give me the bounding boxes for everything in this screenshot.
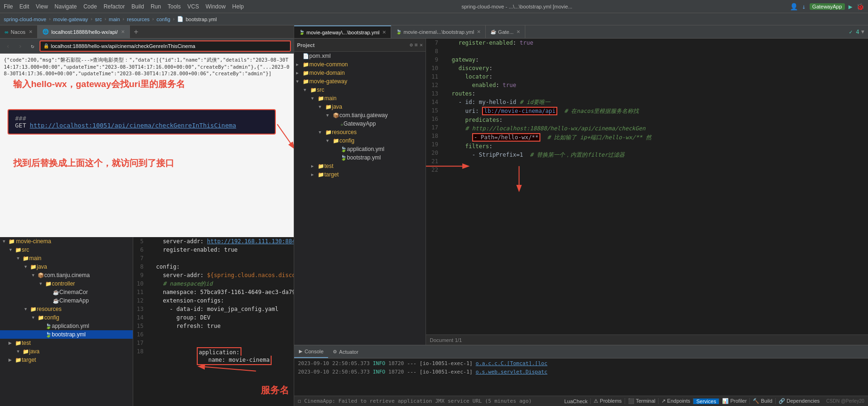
tree-item-test-left[interactable]: ▶ 📁 test [0, 339, 133, 347]
proj-pom-label: pom.xml [309, 53, 330, 59]
proj-tree-app-yml[interactable]: 🍃 application.yml [294, 145, 426, 153]
nacos-browser-tab[interactable]: ∞ Nacos ✕ [0, 25, 38, 38]
tab-cinema-bootstrap[interactable]: 🍃 movie-cinema\...\bootstrap.yml ✕ [391, 25, 486, 38]
menu-tools[interactable]: Tools [168, 3, 181, 10]
endpoints-btn[interactable]: ↗ Endpoints [659, 398, 693, 404]
proj-tree-bootstrap-yml[interactable]: 🍃 bootstrap.yml [294, 153, 426, 162]
localhost-tab-close[interactable]: ✕ [121, 29, 125, 34]
menu-refactor[interactable]: Refactor [104, 3, 125, 10]
proj-label-main: main [324, 95, 337, 102]
proj-tree-main[interactable]: ▼ 📁 main [294, 94, 426, 103]
nacos-tab-close[interactable]: ✕ [29, 29, 32, 34]
breadcrumb-config[interactable]: config [156, 16, 170, 22]
forward-button[interactable]: › [15, 41, 25, 51]
proj-tree-src[interactable]: ▼ 📁 src [294, 86, 426, 94]
project-label: Project [297, 42, 408, 48]
tree-item-resources[interactable]: ▼ 📁 resources [0, 305, 133, 313]
tree-item-cinemaapp[interactable]: ☕ CinemaApp [0, 296, 133, 305]
tree-item-java2-left[interactable]: ▼ 📁 java [0, 347, 133, 356]
run-button[interactable]: ▶ [849, 3, 852, 10]
breadcrumb-src[interactable]: src [95, 16, 102, 22]
proj-tree-resources[interactable]: ▼ 📁 resources [294, 128, 426, 136]
tree-item-controller[interactable]: ▼ 📁 controller [0, 279, 133, 288]
dependencies-btn[interactable]: 🔗 Dependencies [776, 398, 822, 404]
proj-tree-domain[interactable]: ▶ 📁 movie-domain [294, 69, 426, 77]
menu-file[interactable]: File [4, 3, 13, 10]
tab-gateway-bootstrap[interactable]: 🍃 movie-gateway\...\bootstrap.yml ✕ [294, 25, 391, 38]
tree-item-movie-cinema[interactable]: ▼ 📁 movie-cinema [0, 237, 133, 246]
proj-tree-java[interactable]: ▼ 📁 java [294, 103, 426, 111]
new-tab-button[interactable]: + [130, 25, 142, 38]
breadcrumb-resources[interactable]: resources [127, 16, 149, 22]
luacheck-btn[interactable]: LuaCheck [562, 398, 591, 404]
breadcrumb-project[interactable]: spring-cloud-move [4, 16, 46, 22]
tab-gate-icon: ☕ [490, 29, 496, 34]
tree-item-cinemaker[interactable]: ☕ CinemaCor [0, 288, 133, 296]
proj-tree-common[interactable]: ▶ 📁 movie-common [294, 60, 426, 69]
tree-icon-app-yml: 🍃 [45, 323, 52, 329]
run-config[interactable]: GatewayApp [810, 3, 845, 10]
proj-icon-res: 📁 [325, 129, 332, 135]
log-line-2: 2023-09-10 22:50:05.373 INFO 18720 --- [… [294, 368, 868, 376]
menu-run[interactable]: Run [151, 3, 161, 10]
debug-button[interactable]: 🐞 [856, 3, 864, 10]
tab-cinema-close[interactable]: ✕ [477, 29, 481, 34]
tree-item-src[interactable]: ▼ 📁 src [0, 246, 133, 254]
actuator-tab[interactable]: ⚙ Actuator [328, 345, 363, 358]
url-input[interactable] [51, 43, 287, 49]
eline-21 [441, 159, 868, 167]
menu-edit[interactable]: Edit [19, 3, 29, 10]
breadcrumb-filename[interactable]: bootstrap.yml [185, 16, 217, 22]
checkmark-icon: ✓ 4 [849, 29, 860, 35]
menu-build[interactable]: Build [131, 3, 144, 10]
breadcrumb-main[interactable]: main [109, 16, 120, 22]
proj-tree-com-tianju-gw[interactable]: ▼ 📦 com.tianju.gateway [294, 111, 426, 119]
tree-item-main[interactable]: ▼ 📁 main [0, 254, 133, 263]
localhost-browser-tab[interactable]: 🌐 localhost:18888/hello-wx/api/ ✕ [38, 25, 130, 38]
proj-arrow-java: ▼ [319, 104, 325, 109]
menu-navigate[interactable]: Navigate [55, 3, 77, 10]
tree-item-target-left[interactable]: ▶ 📁 target [0, 356, 133, 364]
tab-gw-close[interactable]: ✕ [382, 30, 386, 35]
proj-close-icon[interactable]: ✕ [419, 42, 423, 48]
breadcrumb-movie-gateway[interactable]: movie-gateway [53, 16, 88, 22]
proj-tree-target[interactable]: ▶ 📁 target [294, 170, 426, 179]
menu-vcs[interactable]: VCS [187, 3, 199, 10]
tree-item-bootstrap-yml-left[interactable]: 🍃 bootstrap.yml [0, 330, 133, 339]
tree-arrow-config: ▼ [31, 315, 38, 320]
tab-gate[interactable]: ☕ Gate... ✕ [486, 25, 525, 38]
proj-tree-gateway[interactable]: ▼ 📁 movie-gateway [294, 77, 426, 86]
proj-sort-icon[interactable]: ≡ [415, 42, 418, 48]
proj-label-java: java [332, 103, 342, 110]
menu-code[interactable]: Code [83, 3, 97, 10]
services-btn[interactable]: Services [693, 398, 719, 404]
proj-tree-gatewayapp[interactable]: ☕ GatewayApp [294, 119, 426, 128]
user-icon[interactable]: 👤 [790, 3, 798, 10]
tree-item-java[interactable]: ▼ 📁 java [0, 263, 133, 271]
tree-item-app-yml-left[interactable]: 🍃 application.yml [0, 322, 133, 330]
proj-gear-icon[interactable]: ⚙ [410, 42, 413, 48]
proj-label-config: config [339, 137, 354, 144]
proj-tree-pom[interactable]: 📄 pom.xml [294, 52, 426, 60]
menu-window[interactable]: Window [206, 3, 226, 10]
menu-help[interactable]: Help [232, 3, 244, 10]
proj-arrow-main: ▼ [311, 96, 318, 101]
profiler-btn[interactable]: 📊 Profiler [719, 398, 750, 404]
build-btn[interactable]: 🔨 Build [750, 398, 776, 404]
tree-item-config-left[interactable]: ▼ 📁 config [0, 313, 133, 322]
terminal-btn[interactable]: ⬛ Terminal [625, 398, 659, 404]
proj-arrow-test: ▶ [311, 164, 318, 168]
proj-tree-test[interactable]: ▶ 📁 test [294, 162, 426, 170]
update-icon[interactable]: ↓ [802, 3, 805, 10]
localhost-link[interactable]: http://localhost:10051/api/cinema/checkG… [30, 122, 236, 129]
tree-label-java2: java [29, 348, 40, 355]
refresh-button[interactable]: ↻ [27, 41, 38, 51]
tab-gate-close[interactable]: ✕ [516, 29, 520, 34]
proj-tree-config[interactable]: ▼ 📁 config [294, 136, 426, 145]
tree-item-com-tianju[interactable]: ▼ 📦 com.tianju.cinema [0, 271, 133, 279]
console-tab[interactable]: ▶ Console [294, 345, 328, 358]
problems-btn[interactable]: ⚠ Problems [591, 398, 625, 404]
menu-view[interactable]: View [36, 3, 48, 10]
back-button[interactable]: ‹ [3, 41, 13, 51]
tree-icon-folder: 📁 [8, 239, 16, 245]
